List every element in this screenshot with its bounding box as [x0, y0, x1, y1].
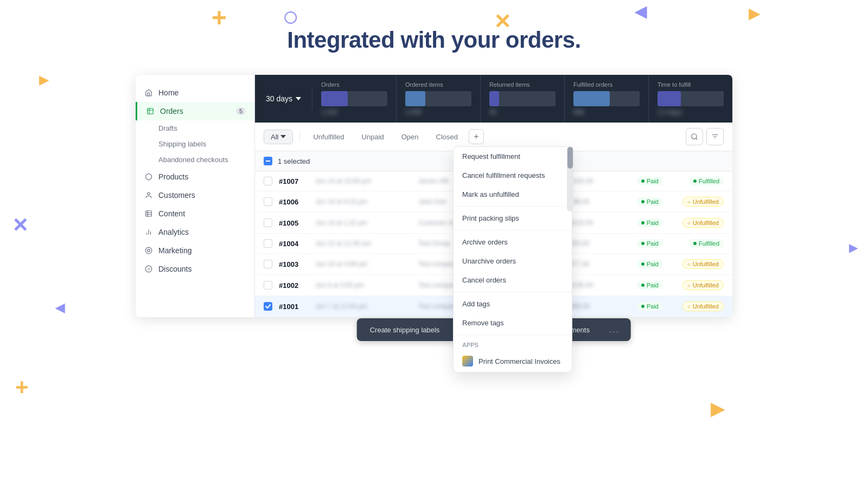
row-checkbox-1003[interactable] [264, 260, 272, 268]
stat-fulfilled-label: Fulfilled orders [573, 81, 640, 88]
order-amount-1007: $142.00 [570, 177, 608, 185]
svg-rect-2 [146, 211, 152, 217]
order-fulfillment-1003: Unfulfilled [669, 259, 724, 269]
filter-tab-unfulfilled[interactable]: Unfulfilled [307, 130, 350, 144]
dropdown-item-print-slips[interactable]: Print packing slips [454, 209, 572, 228]
sidebar-item-abandoned[interactable]: Abandoned checkouts [136, 152, 254, 168]
sort-btn[interactable] [706, 128, 724, 145]
home-icon [144, 88, 153, 97]
dropdown-item-add-tags[interactable]: Add tags [454, 294, 572, 313]
create-shipping-btn[interactable]: Create shipping labels [359, 319, 451, 341]
sidebar-item-customers[interactable]: Customers [136, 186, 254, 204]
order-date-1004: Jun 12 at 11:40 am [315, 240, 412, 247]
dropdown-scroll-area[interactable]: Request fulfillment Cancel fulfillment r… [454, 147, 572, 372]
dropdown-item-print-invoices[interactable]: Print Commercial Invoices [454, 350, 572, 372]
order-num-1004: #1004 [279, 240, 309, 248]
order-date-1006: Jun 14 at 9:15 pm [315, 198, 412, 206]
paid-badge-1006: Paid [637, 197, 663, 206]
products-icon [144, 172, 153, 181]
dropdown-item-cancel-fulfillment[interactable]: Cancel fulfillment requests [454, 166, 572, 185]
sidebar-item-discounts[interactable]: Discounts [136, 260, 254, 278]
row-checkbox-1006[interactable] [264, 197, 272, 206]
row-checkbox-1007[interactable] [264, 177, 272, 185]
customers-icon [144, 191, 153, 200]
dropdown-item-request-fulfillment[interactable]: Request fulfillment [454, 147, 572, 166]
sidebar-label-analytics: Analytics [158, 228, 189, 236]
order-fulfillment-1005: Unfulfilled [669, 218, 724, 228]
dropdown-item-remove-tags[interactable]: Remove tags [454, 313, 572, 332]
stat-ordered-fill [405, 91, 425, 106]
deco-plus-2: + [15, 374, 29, 400]
sidebar-item-marketing[interactable]: Marketing [136, 241, 254, 260]
analytics-icon [144, 228, 153, 236]
stat-returned: Returned items 45 [481, 75, 565, 123]
dropdown-scrollbar[interactable] [567, 146, 573, 211]
sidebar: Home Orders 5 Drafts Shipping labels Aba… [136, 75, 255, 317]
selected-count: 1 selected [278, 157, 310, 165]
dropdown-item-mark-unfulfilled[interactable]: Mark as unfulfilled [454, 185, 572, 204]
order-payment-1002: Paid [614, 281, 663, 290]
order-amount-1001: $88.00 [570, 303, 608, 310]
order-date-1002: Jun 9 at 3:05 pm [315, 281, 412, 289]
filter-tab-unpaid[interactable]: Unpaid [355, 130, 391, 144]
stat-orders: Orders 1,234 [312, 75, 397, 123]
unfulfilled-badge-1005: Unfulfilled [682, 218, 724, 228]
sidebar-label-abandoned: Abandoned checkouts [158, 156, 228, 164]
stat-ordered-label: Ordered items [405, 81, 471, 88]
filter-tab-open[interactable]: Open [395, 130, 425, 144]
stat-fulfilled: Fulfilled orders 890 [565, 75, 649, 123]
order-num-1006: #1006 [279, 198, 309, 206]
stat-time-value: 2.3 days [658, 108, 724, 116]
row-checkbox-1005[interactable] [264, 219, 272, 227]
unfulfilled-badge-1003: Unfulfilled [682, 259, 724, 269]
row-checkbox-1004[interactable] [264, 239, 272, 248]
order-fulfillment-1001: Unfulfilled [669, 301, 724, 311]
search-filter-btn[interactable] [686, 128, 703, 145]
row-checkbox-1001[interactable] [264, 302, 272, 311]
row-checkbox-1002[interactable] [264, 281, 272, 290]
order-payment-1003: Paid [614, 260, 663, 268]
dropdown-item-archive[interactable]: Archive orders [454, 233, 572, 252]
sidebar-label-shipping: Shipping labels [158, 140, 206, 148]
filter-tab-closed[interactable]: Closed [430, 130, 464, 144]
select-all-checkbox[interactable] [264, 157, 272, 165]
svg-point-1 [148, 192, 150, 195]
discounts-icon [144, 265, 153, 273]
sidebar-item-orders[interactable]: Orders 5 [136, 102, 254, 120]
dropdown-scroll-thumb [567, 147, 573, 169]
dropdown-divider-4 [454, 335, 572, 335]
filter-chevron [280, 135, 286, 138]
action-more-btn[interactable]: ... [601, 318, 628, 341]
ui-container: Home Orders 5 Drafts Shipping labels Aba… [136, 75, 732, 317]
filter-right-actions [686, 128, 724, 145]
filter-add-btn[interactable]: + [469, 129, 484, 144]
stats-period[interactable]: 30 days [255, 87, 312, 111]
deco-x-2: ✕ [12, 214, 28, 237]
filter-all-label: All [271, 133, 278, 141]
sidebar-item-home[interactable]: Home [136, 84, 254, 102]
sidebar-item-content[interactable]: Content [136, 204, 254, 223]
filter-all-btn[interactable]: All [264, 130, 293, 144]
dropdown-item-unarchive[interactable]: Unarchive orders [454, 252, 572, 271]
order-amount-1002: $130.00 [570, 281, 608, 289]
dropdown-divider-2 [454, 230, 572, 230]
order-amount-1006: $98.00 [570, 198, 608, 206]
order-fulfillment-1004: Fulfilled [669, 239, 724, 248]
sidebar-item-drafts[interactable]: Drafts [136, 120, 254, 136]
order-payment-1004: Paid [614, 239, 663, 248]
deco-arrow-3: ▶ [849, 241, 857, 254]
stat-ordered-value: 2,456 [405, 108, 471, 116]
fulfilled-badge-1004: Fulfilled [689, 239, 724, 248]
order-payment-1005: Paid [614, 219, 663, 227]
sidebar-item-analytics[interactable]: Analytics [136, 223, 254, 241]
dropdown-item-cancel-orders[interactable]: Cancel orders [454, 271, 572, 290]
stat-fulfilled-bar [573, 91, 640, 106]
sidebar-item-shipping[interactable]: Shipping labels [136, 136, 254, 152]
stat-orders-bar [321, 91, 387, 106]
sidebar-label-discounts: Discounts [158, 265, 192, 273]
sidebar-label-home: Home [158, 88, 178, 97]
order-date-1007: Jun 14 at 10:00 pm [315, 177, 412, 185]
app-icon [462, 356, 473, 367]
order-num-1001: #1001 [279, 303, 309, 311]
sidebar-item-products[interactable]: Products [136, 168, 254, 186]
